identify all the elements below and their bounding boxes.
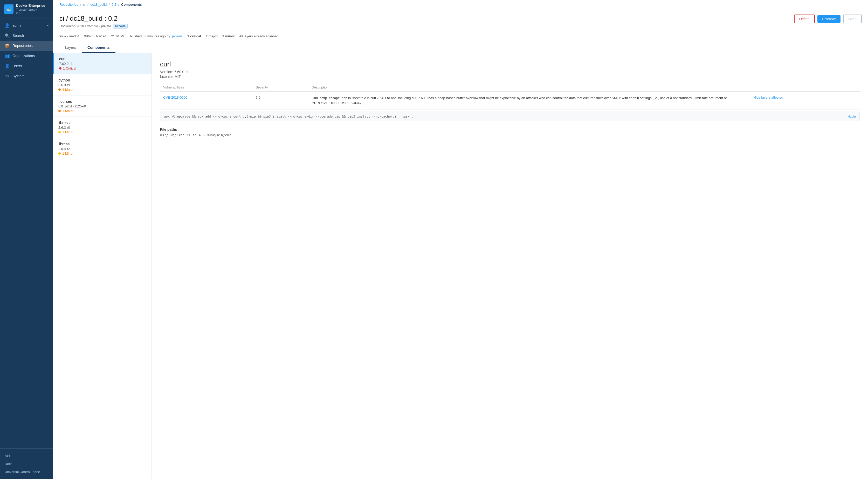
apk-command-text: apk -U upgrade && apk add --no-cache cur… — [164, 115, 417, 118]
header-actions: Delete Promote Scan — [794, 14, 862, 23]
size-meta: 21.61 MB — [111, 34, 126, 38]
docs-link[interactable]: Docs — [0, 460, 53, 468]
repositories-icon: 📦 — [5, 43, 9, 48]
component-version-curl: 7.60.0-r1 — [59, 62, 146, 66]
sidebar-item-users[interactable]: 👤 Users — [0, 61, 53, 71]
component-severity-libressl1: 1 Minor — [58, 130, 146, 134]
vuln-row-cve-2018-0500: CVE-2018-0500 7.5 Curl_smtp_escape_eob i… — [160, 92, 860, 110]
meta-row: linux / amd64 9d67061ca1e4 21.61 MB Push… — [59, 32, 862, 42]
tabs: Layers Components — [59, 43, 862, 53]
component-version-libressl1: 2.6.3-r0 — [58, 126, 146, 129]
sidebar-organizations-label: Organizations — [12, 54, 35, 58]
vuln-header-description: Description — [308, 83, 750, 92]
component-severity-python: 3 Major — [58, 88, 146, 92]
breadcrumb-sep2: / — [87, 3, 89, 6]
page-header: ci / dc18_build : 0.2 Dockercon 2018 Exa… — [53, 9, 868, 53]
organizations-icon: 👥 — [5, 54, 9, 58]
apk-command-row: apk -U upgrade && apk add --no-cache cur… — [160, 112, 860, 121]
users-icon: 👤 — [5, 64, 9, 68]
tab-layers[interactable]: Layers — [59, 43, 82, 53]
private-badge: Private — [113, 24, 128, 29]
dot-minor-libressl2 — [58, 152, 61, 155]
search-icon: 🔍 — [5, 33, 9, 38]
detail-license: License: MIT — [160, 74, 860, 79]
page-desc-text: Dockercon 2018 Example - private — [59, 24, 111, 28]
severity-label-libressl2: 1 Minor — [62, 152, 73, 155]
sidebar-repositories-label: Repositories — [12, 43, 33, 48]
sidebar-header: 🐋 Docker Enterprise Trusted Registry 2.6… — [0, 0, 53, 19]
component-name-libressl1: libressl — [58, 120, 146, 125]
breadcrumb-tag[interactable]: 0.2 — [112, 3, 116, 6]
breadcrumb-current: Components — [121, 3, 142, 6]
component-version-python: 3.6.3-r9 — [58, 83, 146, 87]
severity-label-python: 3 Major — [62, 88, 73, 92]
vuln-header-severity: Severity — [253, 83, 309, 92]
page-description: Dockercon 2018 Example - private Private — [59, 24, 128, 28]
dot-major-ncurses — [58, 110, 61, 112]
ucp-link[interactable]: Universal Control Plane — [0, 468, 53, 476]
hide-layers-link[interactable]: Hide layers affected — [753, 95, 783, 99]
cve-link[interactable]: CVE-2018-0500 — [163, 95, 187, 99]
vuln-header-action — [750, 83, 860, 92]
sidebar-item-system[interactable]: ⚙ System — [0, 71, 53, 81]
user-icon: 👤 — [5, 23, 9, 28]
sidebar-bottom: API Docs Universal Control Plane — [0, 448, 53, 479]
caret-icon: ▾ — [47, 24, 49, 27]
component-version-libressl2: 2.6.4-r2 — [58, 147, 146, 151]
breadcrumb-repositories[interactable]: Repositories — [59, 3, 78, 6]
sidebar-item-repositories[interactable]: 📦 Repositories — [0, 41, 53, 51]
component-list: curl 7.60.0-r1 1 Critical python 3.6.3-r… — [53, 53, 152, 479]
hide-command-link[interactable]: Hide — [848, 114, 856, 118]
minor-count: 2 minor — [222, 34, 235, 38]
vuln-hide-layers: Hide layers affected — [750, 92, 860, 110]
sidebar-system-label: System — [12, 74, 25, 78]
severity-label-ncurses: 1 Major — [62, 109, 73, 113]
breadcrumb-ci[interactable]: ci — [83, 3, 85, 6]
breadcrumb: Repositories / ci / dc18_build / 0.2 / C… — [53, 0, 868, 9]
component-name-curl: curl — [59, 57, 146, 61]
component-item-curl[interactable]: curl 7.60.0-r1 1 Critical — [53, 53, 152, 74]
file-paths-section: File paths usr/lib/libcurl.so.4.5.0usr/b… — [160, 127, 860, 137]
severity-label-libressl1: 1 Minor — [62, 130, 73, 134]
component-item-libressl1[interactable]: libressl 2.6.3-r0 1 Minor — [53, 117, 152, 138]
main-content: Repositories / ci / dc18_build / 0.2 / C… — [53, 0, 868, 479]
app-subtitle: Trusted Registry — [16, 8, 45, 11]
component-severity-libressl2: 1 Minor — [58, 152, 146, 155]
pushed-text: Pushed 33 minutes ago by — [130, 34, 170, 38]
sidebar-item-search[interactable]: 🔍 Search — [0, 31, 53, 41]
sidebar-item-organizations[interactable]: 👥 Organizations — [0, 51, 53, 61]
app-name: Docker Enterprise — [16, 4, 45, 8]
vuln-score: 7.5 — [253, 92, 309, 110]
scan-button[interactable]: Scan — [843, 14, 862, 23]
component-item-libressl2[interactable]: libressl 2.6.4-r2 1 Minor — [53, 138, 152, 159]
major-count: 4 major — [206, 34, 218, 38]
sidebar-item-user[interactable]: 👤 admin ▾ — [0, 21, 53, 31]
vuln-header-name: Vulnerabilities — [160, 83, 253, 92]
docker-logo: 🐋 — [4, 4, 13, 14]
component-item-ncurses[interactable]: ncurses 6.0_p20171125-r0 1 Major — [53, 95, 152, 117]
sidebar-users-label: Users — [12, 64, 22, 68]
component-version-ncurses: 6.0_p20171125-r0 — [58, 104, 146, 108]
pushed-by-link[interactable]: jenkins — [172, 34, 183, 38]
file-paths-value: usr/lib/libcurl.so.4.5.0usr/bin/curl — [160, 133, 860, 137]
tab-components[interactable]: Components — [82, 43, 116, 53]
vuln-cve-id: CVE-2018-0500 — [160, 92, 253, 110]
component-name-python: python — [58, 78, 146, 82]
scan-status: All layers already scanned — [239, 34, 279, 38]
sidebar-user-label: admin — [12, 23, 22, 28]
promote-button[interactable]: Promote — [817, 15, 840, 23]
component-item-python[interactable]: python 3.6.3-r9 3 Major — [53, 74, 152, 95]
delete-button[interactable]: Delete — [794, 14, 815, 23]
page-title: ci / dc18_build : 0.2 — [59, 14, 128, 23]
pushed-meta: Pushed 33 minutes ago by jenkins — [130, 34, 183, 38]
system-icon: ⚙ — [5, 74, 9, 79]
api-link[interactable]: API — [0, 452, 53, 460]
breadcrumb-sep1: / — [80, 3, 82, 6]
critical-count: 1 critical — [187, 34, 201, 38]
detail-panel: curl Version: 7.60.0-r1 License: MIT Vul… — [152, 53, 868, 479]
arch-meta: linux / amd64 — [59, 34, 80, 38]
dot-minor-libressl1 — [58, 131, 61, 133]
breadcrumb-dc18-build[interactable]: dc18_build — [90, 3, 106, 6]
breadcrumb-sep3: / — [109, 3, 111, 6]
content-area: curl 7.60.0-r1 1 Critical python 3.6.3-r… — [53, 53, 868, 479]
